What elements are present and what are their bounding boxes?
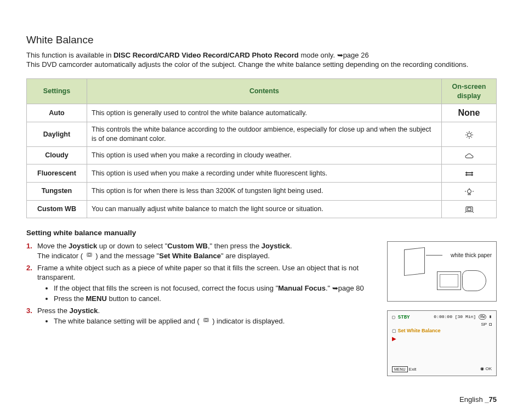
table-row: Tungsten This option is for when there i… xyxy=(27,183,497,201)
svg-point-0 xyxy=(467,133,471,137)
lcd-mockup: ▢ STBY 0:00:00 [30 Min] RW ▮ SP ◘ ▢ Set … xyxy=(387,310,497,376)
table-row: Cloudy This option is used when you make… xyxy=(27,146,497,164)
svg-rect-24 xyxy=(203,319,208,322)
table-row: Daylight This controls the white balance… xyxy=(27,122,497,147)
page-ref-26: ➥page 26 xyxy=(337,51,369,59)
svg-line-5 xyxy=(467,132,468,133)
svg-line-7 xyxy=(471,132,472,133)
menu-button-label: MENU xyxy=(392,366,408,372)
row-label-tungsten: Tungsten xyxy=(27,183,87,201)
set-wb-message: ▢ Set White Balance xyxy=(392,327,492,334)
rw-indicator: RW xyxy=(479,314,486,320)
ok-label: OK xyxy=(485,366,492,371)
instructions: 1. Move the Joystick up or down to selec… xyxy=(26,241,377,328)
bullet: The white balance setting will be applie… xyxy=(54,316,377,326)
sun-icon xyxy=(442,122,497,147)
row-desc: This option is used when you make a reco… xyxy=(87,164,442,183)
custom-wb-icon xyxy=(442,200,497,218)
svg-line-6 xyxy=(471,137,472,138)
settings-table: Settings Contents On-screen display Auto… xyxy=(26,78,497,218)
bullet: If the object that fills the screen is n… xyxy=(54,283,377,293)
intro-modes: DISC Record/CARD Video Record/CARD Photo… xyxy=(113,51,299,59)
row-desc: This controls the white balance accordin… xyxy=(87,122,442,147)
intro-paragraph: This function is available in DISC Recor… xyxy=(26,50,497,70)
exit-label: Exit xyxy=(409,367,416,372)
row-desc: This option is generally used to control… xyxy=(87,104,442,122)
row-label-cloudy: Cloudy xyxy=(27,146,87,164)
intro-text2: mode only. xyxy=(299,51,337,59)
cursor-icon: ▶ xyxy=(392,335,492,343)
stby-label: STBY xyxy=(398,315,410,320)
bullet: Press the MENU button to cancel. xyxy=(54,294,377,304)
intro-line2: This DVD camcorder automatically adjusts… xyxy=(26,60,468,69)
row-desc: You can manually adjust white balance to… xyxy=(87,200,442,218)
page-title: White Balance xyxy=(26,33,497,47)
page-ref-80: ➥page 80 xyxy=(332,284,364,292)
col-header-settings: Settings xyxy=(27,78,87,104)
svg-rect-22 xyxy=(87,253,92,256)
custom-wb-icon xyxy=(202,316,211,326)
row-label-fluorescent: Fluorescent xyxy=(27,164,87,183)
step-2: 2. Frame a white object such as a piece … xyxy=(26,263,377,304)
page-footer: English _75 xyxy=(459,395,497,405)
manual-heading: Setting white balance manually xyxy=(26,228,497,238)
sp-indicator: SP xyxy=(481,322,487,328)
row-label-auto: Auto xyxy=(27,104,87,122)
custom-wb-icon xyxy=(85,251,94,261)
svg-rect-21 xyxy=(468,208,471,211)
intro-text: This function is available in xyxy=(26,51,113,59)
disc-icon: ◘ xyxy=(489,322,492,328)
cloud-icon xyxy=(442,146,497,164)
custom-wb-icon: ▢ xyxy=(392,328,396,333)
table-row: Auto This option is generally used to co… xyxy=(27,104,497,122)
step-1: 1. Move the Joystick up or down to selec… xyxy=(26,241,377,260)
paper-label: white thick paper xyxy=(451,252,492,259)
row-label-daylight: Daylight xyxy=(27,122,87,147)
custom-wb-icon: ▢ xyxy=(392,315,395,320)
camera-icon xyxy=(437,267,486,294)
time-remaining: 0:00:00 [30 Min] xyxy=(434,314,476,319)
battery-icon: ▮ xyxy=(489,314,492,319)
col-header-contents: Contents xyxy=(87,78,442,104)
col-header-display: On-screen display xyxy=(442,78,497,104)
row-desc: This option is for when there is less th… xyxy=(87,183,442,201)
tungsten-icon xyxy=(442,183,497,201)
camera-diagram: white thick paper xyxy=(387,241,497,302)
svg-rect-23 xyxy=(88,254,90,256)
svg-line-8 xyxy=(467,137,468,138)
row-icon-none: None xyxy=(442,104,497,122)
svg-point-13 xyxy=(467,189,471,193)
row-label-custom: Custom WB xyxy=(27,200,87,218)
table-row: Custom WB You can manually adjust white … xyxy=(27,200,497,218)
table-row: Fluorescent This option is used when you… xyxy=(27,164,497,183)
svg-rect-20 xyxy=(466,207,473,212)
fluorescent-icon xyxy=(442,164,497,183)
step-3: 3. Press the Joystick. The white balance… xyxy=(26,306,377,326)
row-desc: This option is used when you make a reco… xyxy=(87,146,442,164)
svg-rect-25 xyxy=(204,319,207,321)
